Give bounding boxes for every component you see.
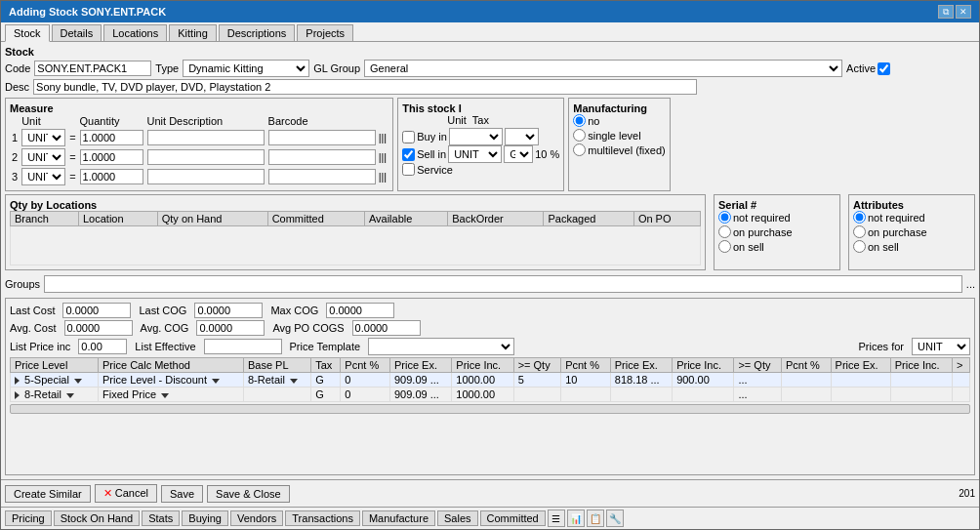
tab-details[interactable]: Details [52,24,102,41]
price-row-1[interactable]: 8-Retail Fixed Price G 0 909.09 ... [11,387,970,402]
sell-in-checkbox[interactable] [402,148,415,161]
price-ex2-1 [610,387,672,402]
desc-label: Desc [5,81,29,93]
price-tax-0: G [311,373,341,387]
list-price-input[interactable] [78,339,127,354]
code-input[interactable] [34,61,151,76]
tab-descriptions[interactable]: Descriptions [219,24,296,41]
list-effective-label: List Effective [135,341,195,352]
barcode-input-3[interactable] [268,169,376,184]
barcode-input-2[interactable] [268,149,376,165]
avg-cog-input[interactable] [196,320,265,336]
footer-tab-buying[interactable]: Buying [182,510,228,526]
buy-in-unit-select[interactable] [449,128,503,145]
price-method-1: Fixed Price [99,387,244,402]
measure-row-3: 3 UNIT = ||| [10,167,388,186]
save-button[interactable]: Save [161,485,203,503]
serial-on-sell-radio[interactable] [718,240,731,253]
serial-on-sell-option: on sell [718,240,836,253]
prices-for-select[interactable]: UNIT [912,338,970,355]
tab-stock[interactable]: Stock [5,24,50,42]
attr-on-purchase-radio[interactable] [853,225,866,238]
serial-on-purchase-radio[interactable] [718,225,731,238]
gl-group-label: GL Group [313,62,360,74]
active-checkbox[interactable] [878,62,890,75]
footer-icon-2[interactable]: 📊 [567,510,585,527]
barcode-icon-2: ||| [379,151,388,163]
price-template-select[interactable] [368,338,514,355]
attr-not-required-radio[interactable] [853,211,866,224]
qty-input-1[interactable] [80,130,143,145]
footer-tab-vendors[interactable]: Vendors [230,510,283,526]
price-inc-0: 1000.00 [452,373,513,387]
save-close-button[interactable]: Save & Close [207,485,290,503]
attr-on-sell-radio[interactable] [853,240,866,253]
cancel-button[interactable]: ✕ Cancel [95,484,157,503]
restore-button[interactable]: ⧉ [938,5,954,19]
groups-label: Groups [5,278,40,290]
mfg-multi-radio[interactable] [573,143,586,156]
create-similar-button[interactable]: Create Similar [5,485,91,503]
sell-in-tax-select[interactable]: G [504,145,533,163]
last-cost-input[interactable] [62,303,131,318]
col-qty-on-hand: Qty on Hand [157,212,267,226]
pcnt2-0: 10 [561,373,611,387]
footer-tab-stats[interactable]: Stats [142,510,180,526]
service-label: Service [417,164,453,176]
price-table-wrapper: Price Level Price Calc Method Base PL Ta… [10,357,970,402]
tab-kitting[interactable]: Kitting [169,24,217,41]
last-cog-input[interactable] [194,303,263,318]
qty-input-2[interactable] [80,149,143,165]
footer-icon-3[interactable]: 📋 [587,510,604,527]
serial-not-required-radio[interactable] [718,211,731,224]
tab-locations[interactable]: Locations [103,24,167,41]
footer-tab-transactions[interactable]: Transactions [285,510,360,526]
service-checkbox[interactable] [402,163,415,176]
groups-section: Groups ... [5,273,975,295]
footer-tab-manufacture[interactable]: Manufacture [362,510,435,526]
mfg-single-radio[interactable] [573,129,586,142]
gte-qty-0: 5 [513,373,561,387]
unit-desc-input-3[interactable] [147,169,265,184]
unit-select-2[interactable]: UNIT [21,148,65,166]
gl-group-select[interactable]: General [364,60,842,77]
avg-po-input[interactable] [352,320,421,336]
groups-more-icon[interactable]: ... [966,278,975,290]
code-label: Code [5,62,30,74]
price-inc2-0: 900.00 [673,373,734,387]
groups-input[interactable] [44,275,962,293]
footer-icon-4[interactable]: 🔧 [606,510,624,527]
sell-in-unit-select[interactable]: UNIT [448,145,502,163]
desc-input[interactable] [33,79,697,95]
unit-desc-input-1[interactable] [147,130,265,145]
unit-select-3[interactable]: UNIT [21,168,65,185]
avg-cost-input[interactable] [64,320,133,336]
unit-desc-col-header: Unit Description [147,115,224,127]
footer-icon-1[interactable]: ☰ [548,510,565,527]
footer-tab-pricing[interactable]: Pricing [5,510,52,526]
footer-tab-stock-on-hand[interactable]: Stock On Hand [54,510,141,526]
price-ex2-0: 818.18 ... [610,373,672,387]
list-effective-input[interactable] [204,339,282,354]
qty-input-3[interactable] [80,169,143,184]
buy-in-row: Buy in [402,128,559,145]
pcnt2-1 [561,387,611,402]
buy-in-checkbox[interactable] [402,131,415,143]
price-level-1: 8-Retail [11,387,99,402]
footer-tab-committed[interactable]: Committed [480,510,546,526]
mfg-no-radio[interactable] [573,114,586,127]
tab-projects[interactable]: Projects [297,24,353,41]
footer-tab-sales[interactable]: Sales [437,510,478,526]
barcode-input-1[interactable] [268,130,376,145]
type-select[interactable]: Dynamic Kitting [183,60,309,77]
unit-select-1[interactable]: UNIT [21,129,65,146]
buy-in-tax-select[interactable] [505,128,539,145]
max-cog-input[interactable] [326,303,394,318]
unit-desc-input-2[interactable] [147,149,265,165]
close-button[interactable]: ✕ [956,5,971,19]
price-table-scrollbar[interactable] [10,404,970,414]
attr-not-required-label: not required [868,212,925,224]
dropdown-icon-0 [74,379,82,384]
price-col-pcnt3: Pcnt % [781,358,831,373]
price-row-0[interactable]: 5-Special Price Level - Discount 8-Retai… [11,373,970,387]
